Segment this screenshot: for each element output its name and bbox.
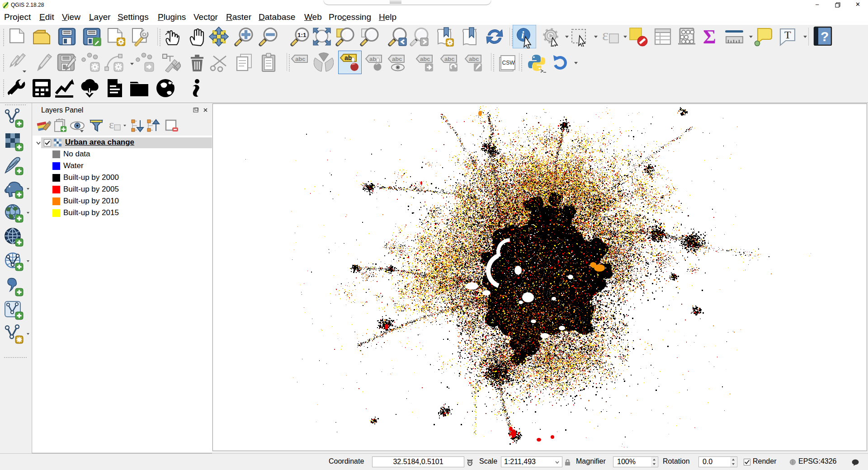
svg-text:Σ: Σ <box>703 27 716 47</box>
svg-text:ab: ab <box>344 54 352 61</box>
svg-text:ab: ab <box>369 56 376 62</box>
svg-text:ε: ε <box>109 118 114 131</box>
svg-text:T: T <box>784 29 791 41</box>
svg-text:abc: abc <box>420 56 430 62</box>
svg-text:ε: ε <box>602 27 609 43</box>
svg-text:i: i <box>521 29 524 41</box>
svg-text:abc: abc <box>392 56 402 62</box>
svg-text:abc: abc <box>444 56 454 62</box>
svg-text:?: ? <box>821 29 829 44</box>
svg-text:abc: abc <box>295 56 305 62</box>
svg-text:1:1: 1:1 <box>297 32 307 38</box>
svg-text:CSW: CSW <box>502 60 515 66</box>
svg-text:abc: abc <box>469 56 479 62</box>
